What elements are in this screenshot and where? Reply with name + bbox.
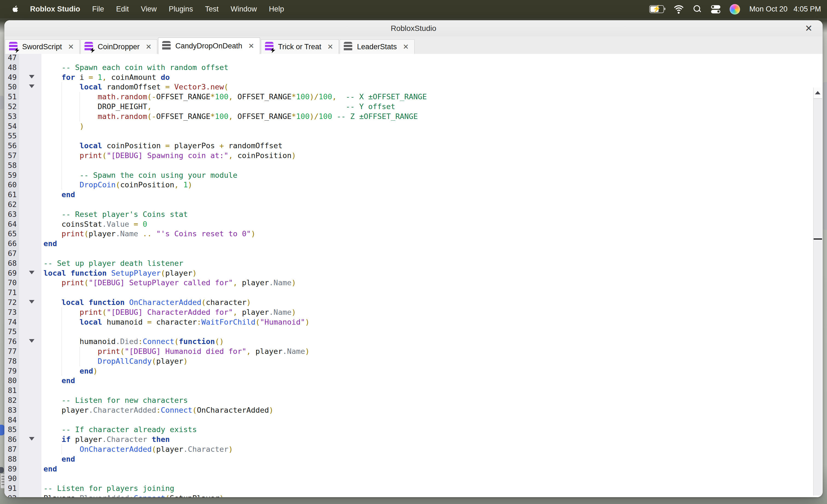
tab-swordscript[interactable]: SwordScript✕ — [5, 39, 80, 54]
code-text[interactable]: -- If character already exists — [41, 425, 814, 435]
tab-close-icon[interactable]: ✕ — [248, 42, 254, 50]
tab-leaderstats[interactable]: LeaderStats✕ — [340, 39, 414, 54]
code-text[interactable]: DROP_HEIGHT, -- Y offset — [41, 102, 814, 112]
tab-coindropper[interactable]: CoinDropper✕ — [81, 39, 157, 54]
code-text[interactable]: print("[DEBUG] Humanoid died for", playe… — [41, 347, 814, 356]
code-text[interactable]: local function OnCharacterAdded(characte… — [41, 298, 814, 307]
fold-arrow-icon[interactable] — [29, 300, 35, 304]
vertical-scrollbar[interactable] — [813, 88, 822, 496]
indent-guide — [61, 160, 62, 170]
apple-menu-icon[interactable] — [12, 5, 19, 13]
code-text[interactable]: print(player.Name .. "'s Coins reset to … — [41, 229, 814, 239]
code-text[interactable]: local humanoid = character:WaitForChild(… — [41, 317, 814, 327]
tab-close-icon[interactable]: ✕ — [327, 43, 333, 51]
active-app-name[interactable]: Roblox Studio — [30, 5, 80, 13]
scrollbar-up-arrow-icon[interactable] — [814, 88, 822, 99]
code-text[interactable] — [41, 53, 814, 63]
code-line: 81 — [4, 386, 814, 395]
code-text[interactable] — [41, 131, 814, 141]
code-line: 67 — [4, 249, 814, 258]
code-text[interactable] — [41, 415, 814, 425]
code-line: 82 -- Listen for new characters — [4, 395, 814, 405]
menu-item-view[interactable]: View — [141, 5, 157, 13]
code-line: 66end — [4, 239, 814, 249]
code-text[interactable]: local coinPosition = playerPos + randomO… — [41, 141, 814, 151]
code-text[interactable] — [41, 160, 814, 170]
line-number: 55 — [4, 131, 19, 141]
window-close-icon[interactable]: ✕ — [803, 23, 815, 34]
menu-item-plugins[interactable]: Plugins — [169, 5, 193, 13]
code-text[interactable]: math.random(-OFFSET_RANGE*100, OFFSET_RA… — [41, 112, 814, 121]
indent-guide — [80, 347, 80, 356]
code-text[interactable]: end — [41, 464, 814, 474]
code-text[interactable]: for i = 1, coinAmount do — [41, 72, 814, 82]
line-number: 72 — [4, 298, 19, 307]
code-text[interactable] — [41, 474, 814, 484]
tab-candydropondeath[interactable]: CandyDropOnDeath✕ — [158, 38, 260, 54]
code-text[interactable]: ) — [41, 121, 814, 131]
code-text[interactable]: end) — [41, 366, 814, 376]
fold-arrow-icon[interactable] — [29, 271, 35, 274]
menu-item-edit[interactable]: Edit — [116, 5, 129, 13]
spotlight-search-icon[interactable] — [693, 5, 702, 13]
tab-close-icon[interactable]: ✕ — [68, 43, 74, 51]
fold-arrow-icon[interactable] — [29, 85, 35, 88]
menu-item-help[interactable]: Help — [269, 5, 284, 13]
code-text[interactable]: print("[DEBUG] Spawning coin at:", coinP… — [41, 151, 814, 160]
battery-charging-icon[interactable]: ⚡ — [649, 5, 664, 13]
code-text[interactable]: -- Reset player's Coins stat — [41, 209, 814, 219]
code-text[interactable] — [41, 327, 814, 337]
code-text[interactable]: humanoid.Died:Connect(function() — [41, 337, 814, 347]
code-text[interactable]: -- Listen for players joining — [41, 484, 814, 493]
code-text[interactable]: Players.PlayerAdded:Connect(SetupPlayer) — [41, 493, 814, 497]
menu-item-file[interactable]: File — [92, 5, 104, 13]
tab-close-icon[interactable]: ✕ — [145, 43, 151, 51]
code-text[interactable]: -- Spawn each coin with random offset — [41, 63, 814, 72]
tab-trick-or-treat[interactable]: Trick or Treat✕ — [261, 39, 339, 54]
window-title-bar[interactable]: RobloxStudio ✕ — [4, 20, 823, 37]
code-text[interactable]: player.CharacterAdded:Connect(OnCharacte… — [41, 405, 814, 415]
code-text[interactable] — [41, 200, 814, 209]
siri-icon[interactable] — [730, 4, 740, 14]
code-text[interactable]: math.random(-OFFSET_RANGE*100, OFFSET_RA… — [41, 92, 814, 102]
code-text[interactable]: print("[DEBUG] CharacterAdded for", play… — [41, 307, 814, 317]
fold-arrow-icon[interactable] — [29, 339, 35, 343]
fold-arrow-icon[interactable] — [29, 437, 35, 441]
indent-guide — [80, 112, 80, 121]
code-text[interactable]: -- Spawn the coin using your module — [41, 170, 814, 180]
menu-item-test[interactable]: Test — [205, 5, 219, 13]
code-text[interactable]: DropCoin(coinPosition, 1) — [41, 180, 814, 190]
code-text[interactable]: OnCharacterAdded(player.Character) — [41, 444, 814, 454]
code-text[interactable]: -- Listen for new characters — [41, 395, 814, 405]
wifi-icon[interactable] — [673, 5, 684, 13]
code-text[interactable]: DropAllCandy(player) — [41, 356, 814, 366]
menu-bar-clock[interactable]: Mon Oct 20 4:05 PM — [749, 5, 821, 13]
code-text[interactable]: -- Set up player death listener — [41, 258, 814, 268]
code-text[interactable] — [41, 249, 814, 258]
code-text[interactable]: print("[DEBUG] SetupPlayer called for", … — [41, 278, 814, 288]
code-text[interactable]: end — [41, 239, 814, 249]
tab-close-icon[interactable]: ✕ — [403, 43, 409, 51]
fold-arrow-icon[interactable] — [29, 75, 35, 79]
code-text[interactable]: end — [41, 454, 814, 464]
line-number: 84 — [4, 415, 19, 425]
indent-guide — [61, 444, 62, 454]
scrollbar-position-mark[interactable] — [814, 239, 822, 240]
background-window-sliver — [823, 82, 827, 230]
line-number: 82 — [4, 395, 19, 405]
code-text[interactable]: end — [41, 376, 814, 386]
indent-guide — [61, 121, 62, 131]
code-text[interactable]: local randomOffset = Vector3.new( — [41, 82, 814, 92]
code-text[interactable]: if player.Character then — [41, 435, 814, 444]
code-text[interactable]: local function SetupPlayer(player) — [41, 268, 814, 278]
code-text[interactable]: end — [41, 190, 814, 200]
code-text[interactable] — [41, 288, 814, 298]
indent-guide — [61, 347, 62, 356]
code-text[interactable]: coinsStat.Value = 0 — [41, 219, 814, 229]
line-number: 62 — [4, 200, 19, 209]
menu-item-window[interactable]: Window — [231, 5, 257, 13]
control-center-icon[interactable] — [711, 5, 720, 13]
code-text[interactable] — [41, 386, 814, 395]
code-editor[interactable]: 4748 -- Spawn each coin with random offs… — [4, 54, 823, 497]
time-text: 4:05 PM — [793, 5, 821, 13]
